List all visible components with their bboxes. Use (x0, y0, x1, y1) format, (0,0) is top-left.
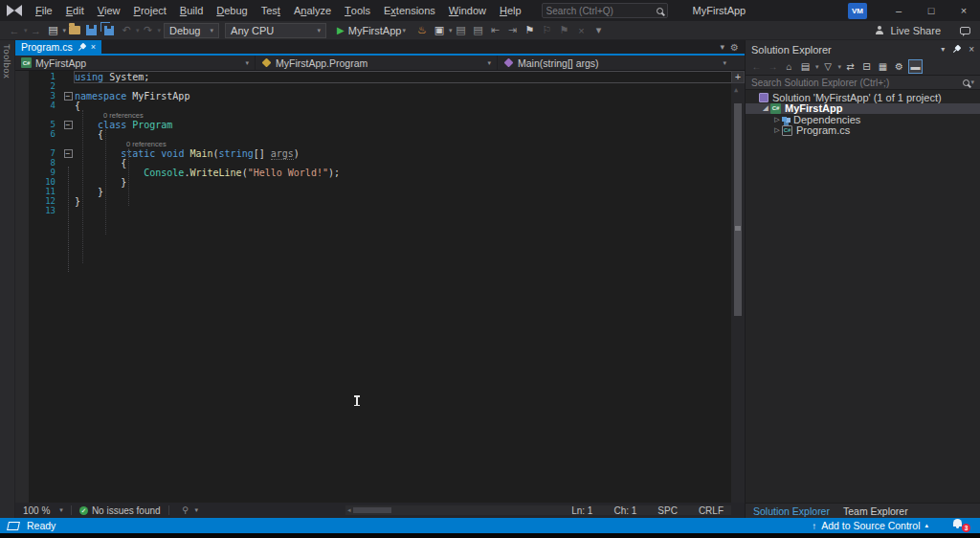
start-debugging-button[interactable]: ▶MyFirstApp▾ (334, 25, 409, 36)
close-button[interactable]: × (947, 0, 980, 21)
toggle-bookmark-button[interactable]: ⚑ (522, 23, 537, 38)
active-files-dropdown-icon[interactable]: ▾ (721, 42, 725, 52)
preview-selected-items-toggle[interactable]: ▬ (908, 59, 923, 74)
type-dropdown[interactable]: MyFirstApp.Program ▾ (256, 56, 498, 70)
sync-with-active-document-button[interactable]: ⇄ (843, 59, 858, 74)
tree-expander-icon[interactable]: ▷ (772, 126, 782, 134)
tab-program-cs[interactable]: Program.cs × (15, 40, 101, 54)
menu-test[interactable]: Test (255, 0, 287, 21)
code-line[interactable]: 13 (15, 206, 731, 215)
split-editor-handle[interactable]: + (731, 71, 745, 83)
scroll-up-icon[interactable]: ▲ (734, 86, 738, 94)
live-share-button[interactable]: Live Share (890, 25, 941, 36)
code-line[interactable]: 11 } (15, 187, 731, 196)
solution-platforms-dropdown[interactable]: Any CPU▾ (225, 23, 326, 38)
new-project-button[interactable]: ▤ (453, 23, 468, 38)
decrease-indent-button[interactable]: ⇤ (487, 23, 502, 38)
pending-changes-filter-button[interactable]: ▽ (821, 59, 835, 74)
panel-tab-solution-explorer[interactable]: Solution Explorer (753, 505, 830, 517)
scrollbar-thumb[interactable] (734, 103, 742, 316)
pin-icon[interactable] (950, 43, 963, 56)
fold-margin[interactable]: − (61, 121, 75, 129)
project-dropdown[interactable]: C# MyFirstApp ▾ (15, 56, 256, 70)
code-line[interactable]: 0 references (15, 139, 731, 148)
code-editor[interactable]: 1using System;23−namespace MyFirstApp4{0… (15, 71, 745, 503)
fold-margin[interactable]: − (61, 149, 75, 158)
column-indicator[interactable]: Ch: 1 (613, 505, 636, 516)
add-to-source-control-button[interactable]: ↑ Add to Source Control ▴ (812, 520, 928, 531)
menu-build[interactable]: Build (173, 0, 210, 21)
solution-explorer-search[interactable]: ▾ (746, 76, 980, 90)
document-well-options-icon[interactable]: ⚙ (730, 42, 739, 53)
hot-reload-button[interactable]: ♨ (414, 23, 430, 38)
code-line[interactable]: 3−namespace MyFirstApp (15, 91, 731, 101)
fold-collapse-icon[interactable]: − (64, 121, 73, 129)
solution-configurations-dropdown[interactable]: Debug▾ (164, 23, 219, 38)
save-button[interactable] (86, 25, 97, 35)
menu-file[interactable]: File (29, 0, 59, 21)
open-file-button[interactable] (69, 26, 80, 34)
code-line[interactable]: 12} (15, 196, 731, 206)
code-line[interactable]: 4{ (15, 101, 731, 110)
toolbar-overflow-button[interactable]: ▾ (590, 23, 606, 38)
vertical-scrollbar[interactable]: + ▲ (731, 71, 745, 503)
menu-edit[interactable]: Edit (59, 0, 91, 21)
save-all-button[interactable] (104, 26, 114, 35)
code-line[interactable]: 5− class Program (15, 120, 731, 129)
code-line[interactable]: 1using System; (15, 72, 731, 81)
code-cleanup-icon[interactable]: ⚲ (178, 503, 193, 518)
tree-item-solution-myfirstapp-1-of-1-project[interactable]: Solution 'MyFirstApp' (1 of 1 project) (746, 92, 980, 103)
code-line[interactable]: 0 references (15, 110, 731, 120)
menu-extensions[interactable]: Extensions (377, 0, 442, 21)
tree-item-dependencies[interactable]: ▷Dependencies (746, 114, 980, 125)
notifications-button[interactable]: 3 (953, 518, 969, 530)
member-dropdown[interactable]: Main(string[] args) ▾ (498, 56, 732, 70)
tree-expander-icon[interactable]: ◢ (761, 104, 770, 112)
health-indicator[interactable]: No issues found (92, 505, 161, 516)
line-indicator[interactable]: Ln: 1 (571, 505, 592, 516)
menu-analyze[interactable]: Analyze (287, 0, 338, 21)
scroll-left-icon[interactable]: ◂ (345, 506, 353, 514)
code-line[interactable]: 8 { (15, 158, 731, 168)
panel-close-icon[interactable]: × (969, 44, 974, 55)
fold-collapse-icon[interactable]: − (64, 92, 73, 101)
zoom-level-dropdown[interactable]: 100 % (23, 505, 50, 516)
menu-debug[interactable]: Debug (210, 0, 254, 21)
increase-indent-button[interactable]: ⇥ (504, 23, 520, 38)
code-line[interactable]: 2 (15, 81, 731, 91)
tree-item-myfirstapp[interactable]: ◢C#MyFirstApp (746, 103, 980, 115)
feedback-icon[interactable] (960, 27, 970, 34)
tab-close-icon[interactable]: × (91, 42, 96, 52)
collapse-all-button[interactable]: ⊟ (859, 59, 874, 74)
background-tasks-icon[interactable] (7, 522, 20, 530)
user-avatar[interactable]: VM (848, 3, 867, 19)
line-ending-indicator[interactable]: CRLF (699, 505, 724, 516)
tree-item-program-cs[interactable]: ▷C#Program.cs (746, 125, 980, 137)
add-item-button[interactable]: ▤ (470, 23, 485, 38)
fold-collapse-icon[interactable]: − (64, 149, 73, 158)
menu-project[interactable]: Project (127, 0, 173, 21)
toolbox-sidebar-tab[interactable]: Toolbox (0, 40, 15, 518)
code-line[interactable]: 6 { (15, 129, 731, 139)
indent-mode-indicator[interactable]: SPC (657, 505, 678, 516)
menu-window[interactable]: Window (442, 0, 493, 21)
menu-tools[interactable]: Tools (338, 0, 377, 21)
fold-margin[interactable]: − (61, 92, 75, 101)
home-button[interactable]: ⌂ (782, 59, 796, 74)
window-position-dropdown-icon[interactable]: ▾ (941, 45, 945, 54)
menu-help[interactable]: Help (493, 0, 528, 21)
quick-launch-search-input[interactable] (546, 6, 657, 16)
pin-icon[interactable] (76, 41, 88, 54)
tree-expander-icon[interactable]: ▷ (772, 116, 782, 123)
show-all-files-button[interactable]: ▦ (876, 59, 890, 74)
quick-launch-search[interactable] (542, 3, 668, 18)
minimize-button[interactable]: – (882, 0, 915, 21)
codelens-references[interactable]: 0 references (126, 140, 167, 148)
new-file-button[interactable]: ▤ (46, 23, 61, 38)
switch-views-button[interactable]: ▤ (798, 59, 813, 74)
code-line[interactable]: 9 Console.WriteLine("Hello World!"); (15, 168, 731, 177)
find-in-files-button[interactable]: ▣ (432, 23, 447, 38)
menu-view[interactable]: View (91, 0, 127, 21)
scrollbar-thumb[interactable] (353, 507, 391, 513)
codelens-references[interactable]: 0 references (103, 111, 144, 120)
